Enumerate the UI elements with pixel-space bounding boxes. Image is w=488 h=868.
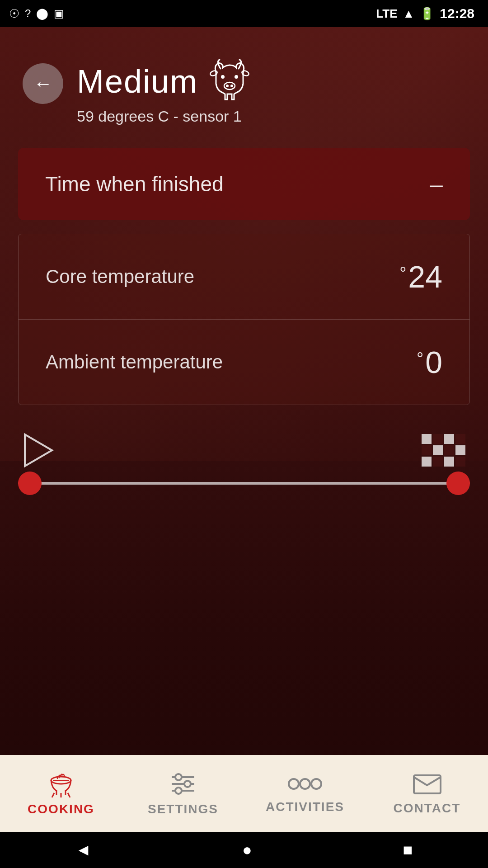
back-arrow-icon: ← bbox=[33, 74, 52, 93]
svg-point-0 bbox=[221, 75, 225, 79]
svg-point-17 bbox=[175, 788, 182, 794]
nav-label-contact: CONTACT bbox=[394, 801, 461, 816]
bottom-navigation: COOKING SETTINGS ACTIVITIES CONTACT bbox=[0, 755, 488, 832]
svg-point-3 bbox=[226, 85, 229, 87]
nav-label-activities: ACTIVITIES bbox=[266, 800, 344, 814]
slider-fill bbox=[18, 482, 470, 485]
ambient-temp-value: ° 0 bbox=[417, 344, 442, 380]
ambient-temp-card: Ambient temperature ° 0 bbox=[19, 320, 469, 405]
ambient-temp-label: Ambient temperature bbox=[46, 351, 223, 373]
wifi-icon: ☉ bbox=[9, 7, 19, 21]
nav-item-cooking[interactable]: COOKING bbox=[0, 755, 122, 832]
lte-signal: LTE bbox=[376, 7, 397, 21]
slider-thumb-right[interactable] bbox=[446, 472, 470, 495]
core-temp-number: 24 bbox=[408, 259, 442, 294]
title-row: Medium bbox=[77, 59, 252, 104]
checkerboard-icon bbox=[422, 434, 465, 467]
core-temp-label: Core temperature bbox=[46, 266, 194, 288]
slider-track bbox=[18, 482, 470, 485]
svg-point-4 bbox=[230, 85, 233, 87]
question-icon: ? bbox=[25, 7, 31, 20]
range-slider[interactable] bbox=[18, 482, 470, 485]
cooking-icon bbox=[47, 770, 75, 797]
nav-item-settings[interactable]: SETTINGS bbox=[122, 755, 244, 832]
core-temp-value: ° 24 bbox=[399, 259, 442, 294]
nav-label-cooking: COOKING bbox=[28, 802, 94, 816]
status-bar-left-icons: ☉ ? ⬤ ▣ bbox=[9, 7, 64, 21]
svg-point-15 bbox=[184, 781, 191, 787]
back-button[interactable]: ← bbox=[23, 63, 63, 104]
page-subtitle: 59 degrees C - sensor 1 bbox=[77, 108, 252, 125]
activities-icon bbox=[287, 773, 323, 795]
sim-icon: ▣ bbox=[54, 7, 64, 20]
record-icon: ⬤ bbox=[36, 7, 48, 20]
status-bar: ☉ ? ⬤ ▣ LTE ▲ 🔋 12:28 bbox=[0, 0, 488, 27]
settings-icon bbox=[169, 770, 197, 797]
title-section: Medium bbox=[77, 59, 252, 125]
ambient-temp-degree: ° bbox=[417, 349, 423, 368]
play-icon bbox=[23, 432, 54, 468]
android-nav-bar: ◄ ● ■ bbox=[0, 832, 488, 868]
core-temp-degree: ° bbox=[399, 264, 406, 283]
main-content: ← Medium bbox=[0, 27, 488, 755]
temperature-section: Core temperature ° 24 Ambient temperatur… bbox=[18, 234, 470, 405]
play-button[interactable] bbox=[23, 432, 54, 468]
nav-item-activities[interactable]: ACTIVITIES bbox=[244, 755, 366, 832]
android-recent-button[interactable]: ■ bbox=[403, 840, 413, 859]
cow-icon bbox=[207, 59, 252, 104]
time-finished-card[interactable]: Time when finished – bbox=[18, 148, 470, 220]
svg-point-13 bbox=[175, 774, 182, 780]
time-finished-label: Time when finished bbox=[45, 172, 224, 196]
svg-point-19 bbox=[300, 779, 310, 789]
android-home-button[interactable]: ● bbox=[242, 840, 252, 859]
page-title: Medium bbox=[77, 63, 198, 100]
signal-bars: ▲ bbox=[403, 7, 415, 21]
svg-point-18 bbox=[289, 779, 299, 789]
svg-point-20 bbox=[311, 779, 321, 789]
slider-thumb-left[interactable] bbox=[18, 472, 42, 495]
core-temp-card: Core temperature ° 24 bbox=[19, 234, 469, 320]
controls-section bbox=[23, 432, 465, 468]
page-header: ← Medium bbox=[0, 45, 488, 134]
svg-line-9 bbox=[68, 793, 70, 797]
clock: 12:28 bbox=[440, 6, 474, 21]
ambient-temp-number: 0 bbox=[425, 344, 442, 380]
nav-item-contact[interactable]: CONTACT bbox=[366, 755, 488, 832]
battery-icon: 🔋 bbox=[420, 7, 434, 21]
nav-label-settings: SETTINGS bbox=[148, 802, 218, 816]
status-bar-right: LTE ▲ 🔋 12:28 bbox=[376, 6, 474, 21]
contact-icon bbox=[413, 772, 442, 797]
time-finished-value: – bbox=[430, 170, 443, 198]
android-back-button[interactable]: ◄ bbox=[75, 840, 92, 859]
svg-line-8 bbox=[52, 793, 54, 797]
svg-point-2 bbox=[224, 82, 235, 90]
svg-point-1 bbox=[235, 75, 238, 79]
